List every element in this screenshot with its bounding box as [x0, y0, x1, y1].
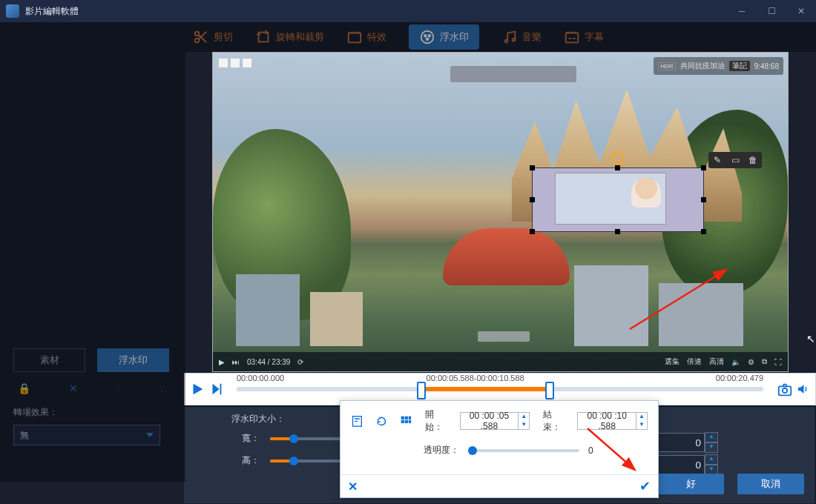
video-volume-icon[interactable]: 🔈 [731, 358, 740, 366]
transition-label: 轉場效果： [13, 406, 169, 419]
tab-watermark-left[interactable]: 浮水印 [97, 348, 169, 372]
transition-value: 無 [20, 429, 29, 442]
timeline-selection [423, 387, 551, 391]
resize-handle-e[interactable] [701, 197, 706, 202]
video-controls-bar: ▶ ⏭ 03:44 / 23:39 ⟳ 選集 倍速 高清 🔈 ⚙ ⧉ ⛶ [213, 352, 788, 371]
dlg-confirm-icon[interactable]: ✔ [639, 478, 651, 494]
width-label: 寬： [242, 432, 260, 445]
music-icon [501, 29, 518, 45]
tab-cut[interactable]: 剪切 [193, 29, 233, 45]
effects-icon [346, 29, 363, 45]
svg-point-14 [783, 388, 787, 393]
opacity-value: 0 [588, 445, 593, 456]
timeline-handle-end[interactable] [545, 382, 554, 399]
note-badge: 筆記 [729, 61, 750, 71]
minimize-button[interactable]: ─ [727, 0, 757, 22]
tab-subtitle[interactable]: 字幕 [564, 29, 604, 45]
transition-select[interactable]: 無 [13, 425, 160, 445]
hdr-badge: HDR [658, 62, 675, 70]
video-loop-icon[interactable]: ⟳ [297, 358, 303, 366]
timeline-play-range-button[interactable] [208, 381, 225, 397]
video-lower-label [478, 331, 530, 342]
svg-point-0 [195, 32, 200, 36]
video-play-icon[interactable]: ▶ [219, 358, 225, 366]
start-spin-up[interactable]: ▲ [518, 413, 529, 421]
tab-effects[interactable]: 特效 [346, 29, 386, 45]
dlg-text-icon[interactable] [351, 414, 363, 428]
video-pip-icon[interactable]: ⧉ [762, 357, 767, 366]
delete-icon[interactable]: ✕ [69, 382, 78, 394]
svg-point-5 [424, 35, 427, 37]
video-title-blur [450, 66, 576, 82]
maximize-button[interactable]: ☐ [757, 0, 786, 22]
end-label: 結束： [543, 408, 565, 434]
end-spin-up[interactable]: ▲ [636, 413, 647, 421]
snapshot-button[interactable] [777, 382, 793, 397]
video-fullscreen-icon[interactable]: ⛶ [774, 358, 782, 366]
height-label: 高： [242, 454, 260, 467]
watermark-size-title: 浮水印大小： [231, 413, 285, 425]
close-button[interactable]: ✕ [786, 0, 816, 22]
svg-rect-19 [401, 420, 404, 422]
tab-watermark[interactable]: 浮水印 [409, 24, 479, 50]
cancel-button[interactable]: 取消 [737, 474, 804, 494]
svg-point-8 [505, 40, 508, 43]
tab-material[interactable]: 素材 [13, 348, 85, 372]
svg-rect-17 [404, 416, 407, 419]
move-down-icon[interactable]: ↓ [159, 382, 165, 394]
resize-handle-n[interactable] [615, 165, 620, 170]
resize-handle-sw[interactable] [530, 229, 535, 234]
ok-button[interactable]: 好 [657, 474, 724, 494]
crop-icon [255, 29, 272, 45]
timeline-end-label: 00:00:20.479 [716, 374, 763, 382]
start-time-field[interactable]: 00 :00 :05 .588 ▲▼ [460, 412, 530, 430]
video-quality-icon[interactable]: 高清 [709, 357, 724, 367]
resize-handle-nw[interactable] [530, 165, 535, 170]
timeline-play-button[interactable] [189, 381, 205, 397]
watermark-toolbar: ✎ ▭ 🗑 [708, 152, 762, 168]
resize-handle-ne[interactable] [701, 165, 706, 170]
dlg-grid-icon[interactable] [400, 414, 412, 428]
wm-delete-button[interactable]: 🗑 [744, 152, 762, 168]
dlg-cancel-icon[interactable]: ✕ [348, 480, 358, 494]
move-up-icon[interactable]: ↑ [116, 382, 121, 394]
watermark-selection-box[interactable] [532, 168, 704, 232]
video-next-icon[interactable]: ⏭ [232, 358, 240, 366]
video-duration-badge: 9:48:68 [754, 62, 779, 70]
timeline-range-label: 00:00:05.588-00:00:10.588 [427, 374, 524, 382]
watermark-icon [419, 29, 435, 45]
lock-icon[interactable]: 🔒 [18, 382, 30, 394]
wm-image-button[interactable]: ▭ [726, 152, 744, 168]
opacity-knob[interactable] [468, 446, 477, 455]
timeline-handle-start[interactable] [417, 382, 426, 399]
subtitle-icon [564, 29, 580, 45]
tab-rotate-crop[interactable]: 旋轉和裁剪 [255, 29, 324, 45]
width-spin-up[interactable]: ▲ [705, 432, 718, 442]
resize-handle-se[interactable] [701, 229, 706, 234]
tab-label: 字幕 [585, 30, 604, 44]
start-spin-down[interactable]: ▼ [518, 421, 529, 429]
timeline-track[interactable]: 00:00:00.000 00:00:05.588-00:00:10.588 0… [237, 387, 763, 391]
tab-music[interactable]: 音樂 [501, 29, 542, 45]
resize-handle-s[interactable] [615, 229, 620, 234]
end-time-field[interactable]: 00 :00 :10 .588 ▲▼ [577, 412, 648, 430]
width-spin-down[interactable]: ▼ [705, 442, 718, 453]
video-status-text: 共同抗疫加油 [680, 61, 725, 71]
volume-button[interactable] [796, 382, 809, 396]
svg-rect-3 [349, 33, 361, 43]
video-preview[interactable]: HDR 共同抗疫加油 筆記 9:48:68 ✎ ▭ 🗑 ↖ ▶ ⏭ 03:44 … [212, 52, 789, 372]
height-spin-up[interactable]: ▲ [705, 454, 718, 465]
video-top-left-badges [219, 59, 251, 67]
tab-label: 浮水印 [440, 30, 469, 44]
video-speed-icon[interactable]: 倍速 [687, 357, 702, 367]
resize-handle-w[interactable] [530, 197, 535, 202]
end-spin-down[interactable]: ▼ [636, 421, 647, 429]
opacity-slider[interactable] [468, 449, 579, 452]
video-setting-icon[interactable]: 選集 [665, 357, 680, 367]
wm-edit-button[interactable]: ✎ [708, 152, 726, 168]
watermark-image[interactable] [555, 173, 666, 225]
rotate-handle[interactable] [611, 152, 625, 165]
dlg-reset-icon[interactable] [375, 414, 388, 428]
video-gear-icon[interactable]: ⚙ [748, 358, 754, 366]
svg-rect-21 [408, 420, 410, 422]
